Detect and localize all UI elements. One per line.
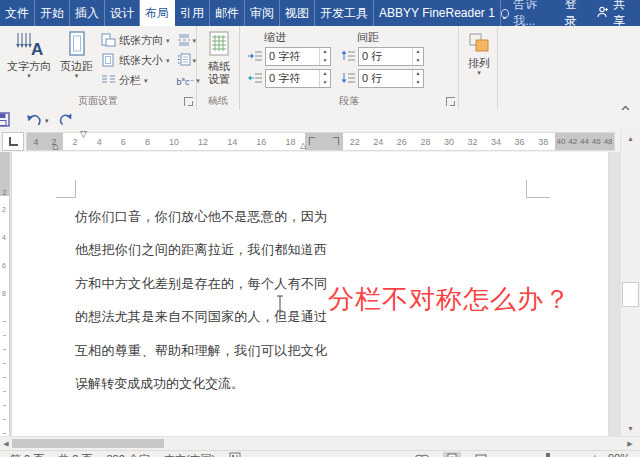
ruler-number: 24 [373, 137, 383, 147]
collapse-ribbon-button[interactable] [621, 97, 630, 103]
chevron-down-icon: ▾ [477, 70, 481, 76]
indent-left-input[interactable] [266, 48, 319, 65]
spacing-before-stepper[interactable]: ▲▼ [412, 48, 423, 65]
indent-right-input[interactable] [266, 70, 319, 87]
ribbon-tab[interactable]: 布局 [140, 0, 175, 26]
chevron-down-icon: ▾ [193, 38, 197, 44]
ruler-number: 48 [604, 137, 613, 146]
spacing-before-input[interactable] [359, 48, 412, 65]
column-margin-marker-icon[interactable] [309, 137, 315, 145]
zoom-level[interactable]: 90% [608, 452, 630, 457]
redo-button[interactable] [58, 113, 73, 131]
web-layout-button[interactable] [471, 452, 491, 457]
zoom-out-button[interactable]: − [501, 453, 507, 457]
ruler-number: 30 [444, 137, 454, 147]
ruler-number: 28 [420, 137, 430, 147]
status-segment[interactable]: 中文(中国) [164, 452, 215, 457]
margins-button[interactable]: 页边距 ▾ [57, 29, 96, 92]
document-text-line[interactable]: 方和中方文化差别是存在的，每个人有不同 [75, 267, 327, 300]
page[interactable]: 仿你们口音，你们放心他不是恶意的，因为他想把你们之间的距离拉近，我们都知道西方和… [12, 152, 608, 436]
text-boundary-corner-mark [56, 180, 76, 198]
scroll-down-icon[interactable]: ▼ [624, 422, 637, 434]
zoom-slider-thumb[interactable] [546, 453, 550, 457]
paper-size-button[interactable]: 纸张大小 ▾ [99, 51, 172, 70]
chevron-down-icon: ▾ [27, 73, 31, 79]
column-margin-marker-icon[interactable] [333, 137, 339, 145]
ribbon-tab[interactable]: 设计 [105, 0, 140, 26]
status-segment[interactable]: 882 个字 [106, 452, 149, 457]
scroll-up-icon[interactable]: ▲ [624, 132, 637, 144]
document-canvas: 2 2468 仿你们口音，你们放心他不是恶意的，因为他想把你们之间的距离拉近，我… [0, 152, 621, 436]
tab-stop-selector[interactable] [2, 132, 24, 151]
undo-button[interactable] [26, 113, 43, 131]
indent-left-stepper[interactable]: ▲▼ [319, 48, 330, 65]
save-button[interactable] [0, 112, 10, 131]
paper-size-label: 纸张大小 [119, 53, 163, 68]
indent-right-stepper[interactable]: ▲▼ [319, 70, 330, 87]
spacing-after-input[interactable] [359, 70, 412, 87]
ribbon-tab[interactable]: 插入 [70, 0, 105, 26]
vertical-ruler[interactable]: 2 2468 [0, 152, 10, 436]
text-boundary-corner-mark [526, 180, 550, 198]
undo-dropdown-icon[interactable]: ▾ [45, 117, 49, 125]
ribbon-tab[interactable]: 开发工具 [315, 0, 374, 26]
arrange-button[interactable]: 排列 ▾ [467, 29, 491, 92]
paragraph-dialog-launcher-icon[interactable] [446, 97, 455, 106]
zoom-in-button[interactable]: + [592, 453, 598, 457]
document-text-line[interactable]: 的想法尤其是来自不同国家的人，但是通过 [75, 300, 327, 333]
spin-up-icon[interactable]: ▲ [320, 48, 330, 57]
ribbon-tab[interactable]: 文件 [0, 0, 35, 26]
right-indent-marker[interactable]: △ [300, 142, 306, 150]
spin-down-icon[interactable]: ▼ [413, 57, 423, 66]
ribbon-tab[interactable]: 开始 [35, 0, 70, 26]
page-setup-dialog-launcher-icon[interactable] [184, 97, 193, 106]
text-direction-icon: A [15, 31, 43, 59]
ribbon-tab[interactable]: 邮件 [210, 0, 245, 26]
text-direction-label: 文字方向 [7, 60, 51, 72]
spin-up-icon[interactable]: ▲ [413, 70, 423, 79]
left-indent-marker[interactable]: ⌂ [52, 141, 59, 152]
print-layout-button[interactable] [443, 452, 461, 457]
orientation-button[interactable]: 纸张方向 ▾ [99, 31, 172, 50]
scroll-right-icon[interactable]: ▶ [624, 437, 636, 451]
document-text-line[interactable]: 仿你们口音，你们放心他不是恶意的，因为 [75, 200, 327, 233]
ribbon-tab[interactable]: 引用 [175, 0, 210, 26]
read-mode-button[interactable] [411, 452, 433, 457]
person-add-icon [596, 6, 609, 21]
text-direction-button[interactable]: A 文字方向 ▾ [4, 29, 54, 92]
ruler-number: 32 [468, 137, 478, 147]
status-segment[interactable]: 共 2 页 [58, 452, 92, 457]
horizontal-scrollbar[interactable]: ◀ ▶ [0, 436, 640, 451]
first-line-indent-marker[interactable]: ▽ [80, 130, 87, 139]
spin-down-icon[interactable]: ▼ [320, 79, 330, 88]
group-page-setup-label: 页面设置 [78, 94, 118, 108]
document-text-line[interactable]: 互相的尊重、帮助和理解，我们可以把文化 [75, 334, 327, 367]
group-manuscript-label: 稿纸 [208, 94, 228, 108]
ruler-number: 2 [73, 137, 78, 147]
ribbon-tab[interactable]: 视图 [280, 0, 315, 26]
horizontal-scrollbar-thumb[interactable] [12, 439, 164, 448]
ruler-number: 14 [227, 137, 237, 147]
document-column-1-text: 仿你们口音，你们放心他不是恶意的，因为他想把你们之间的距离拉近，我们都知道西方和… [75, 200, 327, 400]
ribbon-tab[interactable]: 审阅 [245, 0, 280, 26]
vertical-scrollbar-thumb[interactable] [622, 282, 639, 307]
scroll-left-icon[interactable]: ◀ [0, 437, 12, 451]
spacing-after-stepper[interactable]: ▲▼ [412, 70, 423, 87]
document-text-line[interactable]: 误解转变成成功的文化交流。 [75, 367, 327, 400]
manuscript-settings-button[interactable]: 稿纸 设置 [207, 29, 231, 92]
spin-down-icon[interactable]: ▼ [413, 79, 423, 88]
spin-up-icon[interactable]: ▲ [413, 48, 423, 57]
vertical-scrollbar[interactable]: ▲ ▼ [620, 130, 640, 436]
spin-up-icon[interactable]: ▲ [320, 70, 330, 79]
ruler-number: 6 [0, 252, 8, 280]
text-cursor-ibeam [276, 295, 284, 316]
horizontal-ruler[interactable]: 42 24681012141618 222426283032343638 404… [26, 132, 615, 151]
red-annotation-text[interactable]: 分栏不对称怎么办？ [328, 282, 571, 317]
ruler-column-1: 24681012141618 [63, 133, 305, 150]
status-segment[interactable]: 第 2 页 [10, 452, 44, 457]
columns-button[interactable]: 分栏 ▾ [99, 71, 172, 90]
document-text-line[interactable]: 他想把你们之间的距离拉近，我们都知道西 [75, 233, 327, 266]
ribbon-tab[interactable]: ABBYY FineReader 1 [374, 0, 501, 26]
spin-down-icon[interactable]: ▼ [320, 57, 330, 66]
input-status-icon[interactable] [229, 452, 241, 457]
